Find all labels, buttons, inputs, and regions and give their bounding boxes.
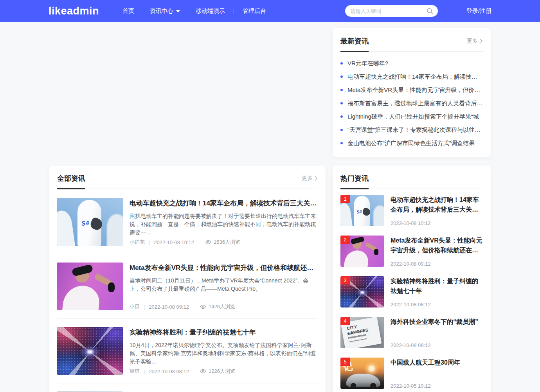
hot-news-item[interactable]: 4 CITY LAYOFFS 海外科技企业寒冬下的“裁员潮” 2022-10-0…: [340, 317, 483, 348]
rank-badge: 4: [340, 317, 350, 325]
rank-badge: 2: [340, 236, 350, 244]
hot-news-item[interactable]: 1 S4 电动车超快充之战打响！14家车企布局，解读技术背后三大关键点 2022…: [340, 195, 483, 226]
hot-item-date: 2022-10-08 08:12: [391, 302, 483, 307]
latest-news-list: VR元年在哪年? 电动车超快充之战打响！14家车企布局，解读技术背后三… Met…: [333, 52, 491, 157]
hot-thumbnail-quantum: 3: [340, 276, 384, 307]
latest-item-label: 福布斯首富易主，透过地球上最富有的人类看背后本质: [347, 100, 483, 107]
rank-badge: 5: [340, 358, 350, 366]
eye-icon: [205, 239, 211, 245]
navbar-inner: likeadmin 首页 资讯中心 移动端演示 管理后台: [49, 0, 491, 22]
hot-item-title: 海外科技企业寒冬下的“裁员潮”: [391, 317, 483, 327]
article-text: 实验精神终将胜利：量子纠缠的祛魅七十年 10月4日，2022年诺贝尔物理学奖公布…: [130, 327, 318, 375]
hot-item-text: 海外科技企业寒冬下的“裁员潮” 2022-10-08 08:12: [391, 317, 483, 348]
hot-news-header: 热门资讯: [340, 165, 483, 189]
article-description: 困扰电动车主的补能问题将要被解决了！对于需要长途出行的电动汽车车主来说，补能问题…: [130, 212, 318, 236]
bullet-dot-icon: [340, 142, 343, 144]
article-thumbnail-ev-charger: S4: [57, 198, 123, 246]
all-news-more-link[interactable]: 更多: [302, 175, 318, 182]
eye-icon: [200, 368, 206, 374]
hot-item-title: 电动车超快充之战打响！14家车企布局，解读技术背后三大关键点: [391, 195, 483, 214]
article-text: Meta发布全新VR头显：性能向元宇宙升级，但价格和续航还在地球 当地时间周二（…: [130, 263, 318, 310]
latest-item-label: 金山电池公布“沪广深市民绿色生活方式”调查结果: [347, 140, 475, 147]
latest-news-item[interactable]: VR元年在哪年?: [340, 57, 483, 70]
nav-item-mobile-demo[interactable]: 移动端演示: [188, 0, 233, 22]
search-icon[interactable]: [427, 8, 433, 14]
search-box[interactable]: [345, 5, 438, 17]
article-views-count: 1226人浏览: [209, 368, 235, 375]
hot-item-date: 2022-10-08 08:12: [391, 342, 483, 348]
bullet-dot-icon: [340, 76, 343, 78]
meta-separator: |: [149, 239, 150, 245]
latest-item-label: Meta发布全新VR头显：性能向元宇宙升级，但价格和续…还: [347, 86, 483, 94]
hot-item-text: Meta发布全新VR头显：性能向元宇宙升级，但价格和续航还在地球 2022-10…: [391, 236, 483, 267]
hot-news-item[interactable]: 3 实验精神终将胜利：量子纠缠的祛魅七十年 2022-10-08 08:12: [340, 276, 483, 307]
nav-item-news-center-label: 资讯中心: [150, 7, 173, 15]
article-row[interactable]: Meta发布全新VR头显：性能向元宇宙升级，但价格和续航还在地球 当地时间周二（…: [57, 254, 318, 319]
article-author: 黑猫: [130, 368, 140, 375]
hot-news-item[interactable]: 2 Meta发布全新VR头显：性能向元宇宙升级，但价格和续航还在地球 2022-…: [340, 236, 483, 267]
nav-item-admin[interactable]: 管理后台: [235, 0, 274, 22]
chevron-right-icon: [480, 39, 483, 43]
latest-more-link[interactable]: 更多: [467, 38, 483, 45]
latest-more-label: 更多: [467, 38, 478, 45]
hot-item-text: 电动车超快充之战打响！14家车企布局，解读技术背后三大关键点 2022-10-0…: [391, 195, 483, 226]
article-thumbnail-quantum: [57, 327, 123, 375]
article-description: 10月4日，2022年诺贝尔物理学奖公布。奖项颁发给了法国科学家阿兰·阿斯佩、美…: [130, 341, 318, 365]
main-nav: 首页 资讯中心 移动端演示 管理后台: [115, 0, 274, 22]
bullet-dot-icon: [340, 102, 343, 104]
hot-thumbnail-layoffs-newspaper: 4 CITY LAYOFFS: [340, 317, 384, 348]
article-views: 1226人浏览: [200, 368, 235, 375]
latest-news-card: 最新资讯 更多 VR元年在哪年? 电动车超快充之战打响！14家车企布局，解读技术…: [333, 28, 491, 157]
nav-item-home[interactable]: 首页: [115, 0, 142, 22]
nav-item-admin-label: 管理后台: [243, 7, 266, 15]
search-input[interactable]: [351, 8, 427, 14]
hot-item-date: 2022-10-05 10:12: [391, 383, 483, 389]
rank-badge: 1: [340, 195, 350, 203]
bullet-dot-icon: [340, 115, 343, 118]
article-date: 2022-10-08 08:12: [149, 369, 189, 374]
chevron-right-icon: [315, 176, 318, 181]
rank-badge: 3: [340, 276, 350, 284]
latest-item-label: Lightning破壁，人们已经开始搜索下个撬开苹果“城: [347, 113, 479, 120]
article-row[interactable]: 实验精神终将胜利：量子纠缠的祛魅七十年 10月4日，2022年诺贝尔物理学奖公布…: [57, 319, 318, 383]
article-views: 1536人浏览: [205, 239, 240, 246]
latest-item-label: 电动车超快充之战打响！14家车企布局，解读技术背后三…: [347, 73, 483, 81]
latest-news-item[interactable]: 电动车超快充之战打响！14家车企布局，解读技术背后三…: [340, 70, 483, 83]
article-meta: 小贝 | 2022-10-08 09:12 1426人浏览: [130, 300, 318, 310]
article-views: 1426人浏览: [200, 303, 235, 310]
article-meta: 黑猫 | 2022-10-08 08:12 1226人浏览: [130, 365, 318, 375]
all-news-more-label: 更多: [302, 175, 313, 182]
hot-item-title: Meta发布全新VR头显：性能向元宇宙升级，但价格和续航还在地球: [391, 236, 483, 255]
article-row[interactable]: 海外科技企业寒冬下的“裁员潮”: [57, 383, 318, 392]
all-news-title: 全部资讯: [57, 174, 85, 183]
latest-news-item[interactable]: Lightning破壁，人们已经开始搜索下个撬开苹果“城: [340, 110, 483, 123]
latest-news-item[interactable]: “天宫课堂”第三课来了！专家揭秘此次课程与以往有何: [340, 123, 483, 137]
bullet-dot-icon: [340, 129, 343, 131]
article-list: S4 电动车超快充之战打响！14家车企布局，解读技术背后三大关键点 困扰电动车主…: [49, 189, 326, 392]
hot-item-text: 中国载人航天工程30周年 2022-10-05 10:12: [391, 358, 483, 389]
article-title: 实验精神终将胜利：量子纠缠的祛魅七十年: [130, 327, 318, 338]
hot-thumbnail-ev-charger: 1 S4: [340, 195, 384, 226]
caret-down-icon: [176, 10, 180, 13]
page-content: 最新资讯 更多 VR元年在哪年? 电动车超快充之战打响！14家车企布局，解读技术…: [49, 22, 491, 392]
hot-item-date: 2022-10-08 09:12: [391, 261, 483, 267]
article-row[interactable]: S4 电动车超快充之战打响！14家车企布局，解读技术背后三大关键点 困扰电动车主…: [57, 190, 318, 254]
article-views-count: 1536人浏览: [214, 239, 240, 246]
login-register-link[interactable]: 登录/注册: [466, 7, 491, 15]
bullet-dot-icon: [340, 89, 343, 91]
latest-news-item[interactable]: 福布斯首富易主，透过地球上最富有的人类看背后本质: [340, 97, 483, 110]
meta-separator: |: [144, 304, 145, 310]
latest-news-title: 最新资讯: [340, 36, 369, 46]
latest-news-item[interactable]: Meta发布全新VR头显：性能向元宇宙升级，但价格和续…还: [340, 83, 483, 97]
latest-item-label: “天宫课堂”第三课来了！专家揭秘此次课程与以往有何: [347, 126, 483, 134]
top-navbar: likeadmin 首页 资讯中心 移动端演示 管理后台: [0, 0, 540, 22]
site-logo[interactable]: likeadmin: [49, 5, 99, 17]
hot-thumbnail-car-sunset: 5 记: [340, 358, 384, 389]
thumbnail-photo-label: S4: [81, 219, 89, 227]
hot-news-list: 1 S4 电动车超快充之战打响！14家车企布局，解读技术背后三大关键点 2022…: [333, 189, 491, 392]
all-news-header: 全部资讯 更多: [57, 165, 318, 189]
nav-item-news-center[interactable]: 资讯中心: [142, 0, 188, 22]
hot-news-item[interactable]: 5 记 中国载人航天工程30周年 2022-10-05 10:12: [340, 358, 483, 389]
article-title: 电动车超快充之战打响！14家车企布局，解读技术背后三大关键点: [130, 198, 318, 209]
latest-news-item[interactable]: 金山电池公布“沪广深市民绿色生活方式”调查结果: [340, 137, 483, 150]
